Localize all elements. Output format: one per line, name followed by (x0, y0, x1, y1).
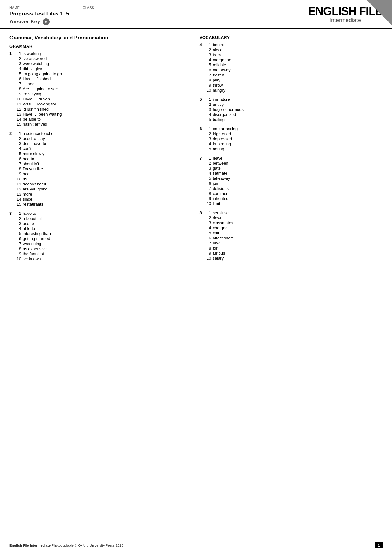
q1-answer-7: 'll meet (23, 81, 36, 86)
v6-row-3: 3 depressed (200, 136, 383, 141)
v4-minor-num-10: 10 (206, 88, 213, 93)
name-class-row: NAME CLASS (9, 6, 94, 9)
q3-row-6: 6 getting married (9, 236, 187, 241)
q2-row-15: 15 restaurants (9, 202, 187, 207)
q2-minor-num-7: 7 (16, 161, 23, 166)
q3-answer-10: 've known (23, 256, 41, 261)
vocab-q6-block: 6 1 embarrassing 2 frightened 3 depresse… (200, 126, 383, 151)
v5-minor-num-2: 2 (206, 102, 213, 107)
v8-row-7: 7 raw (200, 241, 383, 245)
vocab-q5-block: 5 1 immature 2 untidy 3 huge / enormous … (200, 97, 383, 122)
q2-minor-num-14: 14 (16, 197, 23, 202)
v8-minor-num-10: 10 (206, 256, 213, 261)
q3-minor-num-8: 8 (16, 246, 23, 251)
v6-minor-num-2: 2 (206, 131, 213, 136)
q1-minor-num-3: 3 (16, 61, 23, 66)
v8-row-5: 5 call (200, 231, 383, 235)
v5-answer-2: untidy (213, 102, 224, 107)
q2-row-2: 2 used to play (9, 136, 187, 141)
answer-key-label: Answer Key (9, 19, 40, 25)
q1-row-2: 2 've answered (9, 56, 187, 61)
q2-minor-num-10: 10 (16, 177, 23, 181)
v6-answer-3: depressed (213, 136, 232, 141)
v7-minor-num-10: 10 (206, 201, 213, 206)
v7-minor-num-6: 6 (206, 181, 213, 186)
v7-major-num: 7 (200, 156, 206, 160)
v7-answer-4: flatmate (213, 171, 227, 176)
right-column: VOCABULARY 4 1 beetroot 2 niece 3 track … (196, 35, 383, 266)
v8-answer-3: classmates (213, 220, 233, 225)
header-left: NAME CLASS Progress Test Files 1–5 Answe… (9, 6, 94, 25)
q3-answer-9: the funniest (23, 251, 44, 256)
q1-answer-3: were watching (23, 61, 49, 66)
q2-answer-2: used to play (23, 136, 45, 141)
q2-minor-num-2: 2 (16, 136, 23, 141)
q2-answer-13: more (23, 192, 32, 196)
q2-answer-7: shouldn't (23, 161, 39, 166)
v4-minor-num-3: 3 (206, 52, 213, 57)
q2-row-14: 14 since (9, 197, 187, 202)
q2-minor-num-12: 12 (16, 187, 23, 191)
v6-minor-num-3: 3 (206, 136, 213, 141)
q2-minor-num-15: 15 (16, 202, 23, 207)
ef-logo-title: ENGLISH FILE (308, 6, 383, 17)
v7-minor-num-5: 5 (206, 176, 213, 181)
v6-major-num: 6 (200, 126, 206, 131)
q1-answer-15: hasn't arrived (23, 122, 47, 127)
q2-minor-num-11: 11 (16, 182, 23, 186)
v6-row-2: 2 frightened (200, 131, 383, 136)
v7-answer-2: between (213, 161, 228, 166)
v4-row-2: 2 niece (200, 47, 383, 52)
v8-answer-1: sensitive (213, 210, 229, 215)
v4-answer-1: beetroot (213, 42, 228, 47)
q2-row-9: 9 had (9, 172, 187, 176)
answer-key-badge: A (43, 18, 50, 25)
v4-answer-5: reliable (213, 63, 226, 67)
v6-minor-num-5: 5 (206, 147, 213, 151)
q1-row-10: 10 Have … driven (9, 97, 187, 101)
grammar-q2-block: 2 1 a science teacher 2 used to play 3 d… (9, 131, 187, 207)
v8-minor-num-1: 1 (206, 210, 213, 215)
q2-row-13: 13 more (9, 192, 187, 196)
q1-answer-2: 've answered (23, 56, 47, 61)
left-column: Grammar, Vocabulary, and Pronunciation G… (9, 35, 196, 266)
q3-row-8: 8 as expensive (9, 246, 187, 251)
q3-row-4: 4 able to (9, 226, 187, 231)
v8-row-8: 8 for (200, 246, 383, 250)
v7-answer-7: delicious (213, 186, 229, 191)
v7-row-2: 2 between (200, 161, 383, 166)
v4-row-5: 5 reliable (200, 63, 383, 67)
q3-answer-8: as expensive (23, 246, 47, 251)
q2-minor-num-13: 13 (16, 192, 23, 196)
q1-answer-13: Have … been waiting (23, 112, 62, 117)
progress-test-title: Progress Test Files 1–5 (9, 11, 94, 17)
v5-answer-3: huge / enormous (213, 107, 244, 112)
q1-minor-num-8: 8 (16, 87, 23, 91)
q1-answer-6: Has … finished (23, 76, 51, 81)
v4-row-9: 9 throw (200, 83, 383, 87)
v8-minor-num-9: 9 (206, 251, 213, 256)
v8-row-10: 10 salary (200, 256, 383, 261)
v7-minor-num-4: 4 (206, 171, 213, 176)
page-header: NAME CLASS Progress Test Files 1–5 Answe… (0, 0, 392, 29)
q3-minor-num-6: 6 (16, 236, 23, 241)
q1-row-12: 12 'd just finished (9, 107, 187, 111)
v7-row-10: 10 limit (200, 201, 383, 206)
v8-answer-6: affectionate (213, 236, 234, 240)
q2-row-3: 3 don't have to (9, 141, 187, 146)
q2-row-12: 12 are you going (9, 187, 187, 191)
q1-answer-5: 'm going / going to go (23, 71, 62, 76)
q2-answer-15: restaurants (23, 202, 43, 207)
ef-logo: ENGLISH FILE Intermediate (308, 6, 383, 24)
v7-minor-num-1: 1 (206, 156, 213, 160)
ef-logo-subtitle: Intermediate (308, 17, 383, 24)
q1-minor-num-12: 12 (16, 107, 23, 111)
v8-answer-2: down (213, 215, 223, 220)
vocab-q7-block: 7 1 leave 2 between 3 gate 4 flatmate 5 … (200, 156, 383, 206)
q1-answer-1: 's working (23, 51, 41, 56)
v5-row-3: 3 huge / enormous (200, 107, 383, 112)
v8-minor-num-6: 6 (206, 236, 213, 240)
q1-row-3: 3 were watching (9, 61, 187, 66)
v4-row-4: 4 margarine (200, 57, 383, 62)
q2-minor-num-9: 9 (16, 172, 23, 176)
